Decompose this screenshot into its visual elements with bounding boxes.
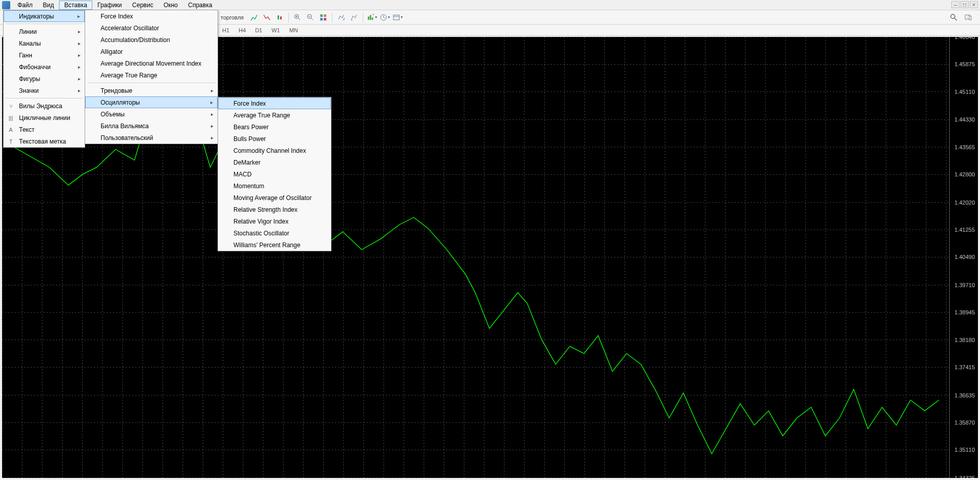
grid-icon[interactable] [318, 12, 329, 23]
menu-item-label: DeMarker [233, 159, 261, 166]
timeframe-D1[interactable]: D1 [250, 26, 267, 35]
menu-item-label: MACD [233, 171, 251, 178]
svg-rect-0 [278, 15, 279, 19]
tool-candle-icon[interactable] [274, 12, 285, 23]
timeframe-MN[interactable]: MN [285, 26, 303, 35]
menu-item-label: Relative Strength Index [233, 206, 298, 213]
menu-item-Williams'-Percent-Range[interactable]: Williams' Percent Range [218, 239, 331, 251]
menu-item-Accelerator-Oscillator[interactable]: Accelerator Oscillator [85, 22, 218, 34]
menu-item-label: Линии [19, 28, 37, 35]
period-icon[interactable]: ▾ [379, 12, 390, 23]
menu-item-Bears-Power[interactable]: Bears Power [218, 121, 331, 133]
timeframe-H4[interactable]: H4 [234, 26, 250, 35]
y-axis-scale: 1.466401.458751.451101.443301.435651.428… [949, 37, 978, 478]
menu-item-Accumulation/Distribution[interactable]: Accumulation/Distribution [85, 34, 218, 46]
app-icon [2, 1, 10, 9]
svg-rect-8 [368, 16, 369, 20]
menu-Вставка[interactable]: Вставка [59, 1, 92, 10]
menu-Вид[interactable]: Вид [38, 1, 60, 10]
y-tick-label: 1.44330 [954, 116, 975, 123]
menu-item-label: Фигуры [19, 75, 40, 83]
timeframe-W1[interactable]: W1 [267, 26, 285, 35]
menu-item-Ганн[interactable]: Ганн [4, 49, 85, 61]
menu-item-label: Осцилляторы [101, 99, 140, 106]
menu-item-Фигуры[interactable]: Фигуры [4, 73, 85, 85]
menu-item-Значки[interactable]: Значки [4, 85, 85, 96]
menu-Графики[interactable]: Графики [92, 1, 127, 10]
close-button[interactable]: × [970, 1, 978, 8]
menu-item-label: Трендовые [101, 87, 132, 94]
minimize-button[interactable]: – [951, 1, 959, 8]
menu-item-label: Average True Range [101, 72, 158, 79]
menu-item-Average-True-Range[interactable]: Average True Range [218, 109, 331, 121]
zoom-in-icon[interactable] [292, 12, 303, 23]
menu-item-label: Цикличные линии [19, 114, 70, 122]
menu-item-MACD[interactable]: MACD [218, 168, 331, 180]
menu-item-Объемы[interactable]: Объемы [85, 108, 218, 120]
menu-item-Force-Index[interactable]: Force Index [218, 97, 331, 109]
menu-item-Текст[interactable]: AТекст [4, 124, 85, 135]
cycles-icon: ||| [7, 114, 15, 122]
y-tick-label: 1.34325 [954, 475, 975, 478]
menu-item-label: Alligator [101, 48, 123, 55]
indicators-submenu: Force IndexAccelerator OscillatorAccumul… [85, 10, 218, 144]
timeframe-H1[interactable]: H1 [218, 26, 234, 35]
templates-icon[interactable]: ▾ [392, 12, 403, 23]
chat-icon[interactable] [963, 12, 974, 23]
y-tick-label: 1.45875 [954, 61, 975, 67]
menu-item-Цикличные-линии[interactable]: |||Цикличные линии [4, 112, 85, 124]
tool-chart-up-icon[interactable] [248, 12, 260, 23]
shift-icon[interactable] [348, 12, 360, 23]
menu-item-label: Фибоначчи [19, 64, 51, 71]
y-tick-label: 1.39710 [954, 282, 975, 288]
indicators-icon[interactable]: +▾ [366, 12, 378, 23]
menubar: ФайлВидВставкаГрафикиСервисОкноСправка –… [0, 0, 980, 10]
menu-item-Линии[interactable]: Линии [4, 26, 85, 37]
menu-item-label: Пользовательский [101, 134, 153, 142]
menu-item-Alligator[interactable]: Alligator [85, 46, 218, 57]
y-tick-label: 1.41255 [954, 227, 975, 233]
menu-item-label: Accumulation/Distribution [101, 36, 170, 44]
tool-chart-down-icon[interactable] [261, 12, 272, 23]
menu-item-Вилы-Эндрюса[interactable]: ⑂Вилы Эндрюса [4, 100, 85, 112]
menu-item-Average-Directional-Movement-Index[interactable]: Average Directional Movement Index [85, 57, 218, 69]
menu-item-label: Вилы Эндрюса [19, 103, 62, 110]
menu-item-Commodity-Channel-Index[interactable]: Commodity Channel Index [218, 145, 331, 156]
menu-item-label: Текстовая метка [19, 138, 66, 145]
search-icon[interactable] [948, 12, 959, 23]
scroll-icon[interactable] [336, 12, 347, 23]
maximize-button[interactable]: □ [961, 1, 969, 8]
menu-item-label: Билла Вильямса [101, 123, 149, 130]
zoom-out-icon[interactable] [305, 12, 316, 23]
menu-item-Текстовая-метка[interactable]: TТекстовая метка [4, 135, 85, 147]
menu-item-Relative-Strength-Index[interactable]: Relative Strength Index [218, 204, 331, 215]
menu-item-Bulls-Power[interactable]: Bulls Power [218, 133, 331, 145]
menu-item-label: Williams' Percent Range [233, 242, 300, 249]
menu-item-Force-Index[interactable]: Force Index [85, 10, 218, 22]
menu-item-label: Commodity Channel Index [233, 147, 306, 154]
y-tick-label: 1.42800 [954, 171, 975, 177]
menu-item-label: Bears Power [233, 124, 269, 131]
menu-item-Фибоначчи[interactable]: Фибоначчи [4, 61, 85, 73]
menu-item-Average-True-Range[interactable]: Average True Range [85, 69, 218, 81]
svg-rect-7 [324, 18, 326, 21]
menu-Окно[interactable]: Окно [159, 1, 183, 10]
separator [288, 12, 289, 23]
menu-Файл[interactable]: Файл [12, 1, 38, 10]
menu-item-Каналы[interactable]: Каналы [4, 37, 85, 49]
menu-Справка[interactable]: Справка [183, 1, 218, 10]
menu-item-Осцилляторы[interactable]: Осцилляторы [85, 96, 218, 108]
menu-Сервис[interactable]: Сервис [127, 1, 159, 10]
menu-item-Momentum[interactable]: Momentum [218, 180, 331, 192]
menu-item-Трендовые[interactable]: Трендовые [85, 85, 218, 96]
menu-item-Relative-Vigor-Index[interactable]: Relative Vigor Index [218, 215, 331, 227]
menu-item-label: Bulls Power [233, 135, 266, 143]
menu-item-DeMarker[interactable]: DeMarker [218, 156, 331, 168]
menu-item-Moving-Average-of-Oscillator[interactable]: Moving Average of Oscillator [218, 192, 331, 204]
svg-point-14 [951, 14, 955, 18]
menu-item-Индикаторы[interactable]: Индикаторы [4, 10, 85, 22]
menu-item-Пользовательский[interactable]: Пользовательский [85, 132, 218, 144]
menu-item-Stochastic-Oscillator[interactable]: Stochastic Oscillator [218, 227, 331, 239]
menu-item-label: Ганн [19, 52, 32, 59]
menu-item-Билла-Вильямса[interactable]: Билла Вильямса [85, 120, 218, 132]
